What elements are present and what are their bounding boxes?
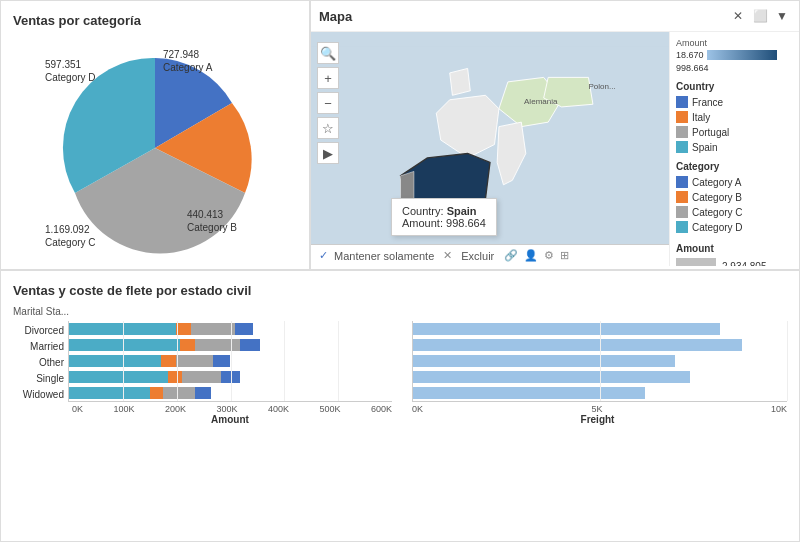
category-legend-title: Category xyxy=(676,161,793,172)
freight-axis-title: Freight xyxy=(408,414,787,425)
cat-a-color xyxy=(676,176,688,188)
map-close-button[interactable]: ✕ xyxy=(729,7,747,25)
y-label-widowed: Widowed xyxy=(13,389,64,400)
legend-italy: Italy xyxy=(676,111,793,123)
total-amount-label: Amount xyxy=(676,243,793,254)
map-controls: 🔍 + − ☆ ▶ xyxy=(317,42,339,164)
map-panel: Mapa ✕ ⬜ ▼ 🔍 + − ☆ ▶ xyxy=(310,0,800,270)
bottom-panel: Ventas y coste de flete por estado civil… xyxy=(0,270,800,542)
map-export-button[interactable]: ⬜ xyxy=(751,7,769,25)
legend-cat-d: Category D xyxy=(676,221,793,233)
dashboard: Ventas por categoría 727.948 Category A … xyxy=(0,0,800,542)
country-legend: Country France Italy Portugal xyxy=(676,81,793,153)
amount-x-labels: 0K 100K 200K 300K 400K 500K 600K xyxy=(13,404,392,414)
keep-only-button[interactable]: Mantener solamente xyxy=(334,250,434,262)
bar-max-value: 998.664 xyxy=(676,63,709,73)
legend-france: France xyxy=(676,96,793,108)
pie-label-category-b: 440.413 Category B xyxy=(187,208,237,234)
legend-cat-c: Category C xyxy=(676,206,793,218)
exclude-button[interactable]: Excluir xyxy=(461,250,494,262)
tooltip-country: Country: Spain xyxy=(402,205,486,217)
bottom-title: Ventas y coste de flete por estado civil xyxy=(13,283,787,298)
amount-chart-section: Marital Sta... Divorced Married Other Si… xyxy=(13,306,392,506)
amount-chart-inner xyxy=(68,321,392,402)
bar-min-value: 18.670 xyxy=(676,50,704,60)
freight-x-labels: 0K 5K 10K xyxy=(408,404,787,414)
cat-d-color xyxy=(676,221,688,233)
y-label-divorced: Divorced xyxy=(13,325,64,336)
map-bookmark-button[interactable]: ☆ xyxy=(317,117,339,139)
svg-text:Alemania: Alemania xyxy=(524,97,558,106)
amount-rect xyxy=(676,258,716,266)
legend-cat-a: Category A xyxy=(676,176,793,188)
map-header: Mapa ✕ ⬜ ▼ xyxy=(311,1,799,32)
amount-y-labels: Divorced Married Other Single Widowed xyxy=(13,321,68,402)
pie-chart-title: Ventas por categoría xyxy=(13,13,297,28)
country-legend-title: Country xyxy=(676,81,793,92)
amount-gradient-bar xyxy=(707,50,777,60)
map-area[interactable]: 🔍 + − ☆ ▶ xyxy=(311,32,669,266)
y-label-married: Married xyxy=(13,341,64,352)
map-zoom-out-button[interactable]: − xyxy=(317,92,339,114)
amount-axis-title: Amount xyxy=(13,414,392,425)
amount-bar-section: Amount 18.670 998.664 xyxy=(676,38,793,73)
amount-axis-label: Marital Sta... xyxy=(13,306,392,317)
svg-text:Polon...: Polon... xyxy=(588,82,615,91)
map-context-menu: ✓ Mantener solamente ✕ Excluir 🔗 👤 ⚙ ⊞ xyxy=(311,244,669,266)
legend-portugal: Portugal xyxy=(676,126,793,138)
total-amount-value: 2.934.805 xyxy=(722,261,767,267)
legend-spain: Spain xyxy=(676,141,793,153)
map-search-button[interactable]: 🔍 xyxy=(317,42,339,64)
amount-bar-label: Amount xyxy=(676,38,793,48)
map-body: 🔍 + − ☆ ▶ xyxy=(311,32,799,266)
y-label-single: Single xyxy=(13,373,64,384)
tooltip-amount: Amount: 998.664 xyxy=(402,217,486,229)
map-sidebar: Amount 18.670 998.664 Country France xyxy=(669,32,799,266)
portugal-color xyxy=(676,126,688,138)
y-label-other: Other xyxy=(13,357,64,368)
legend-cat-b: Category B xyxy=(676,191,793,203)
pie-label-category-a: 727.948 Category A xyxy=(163,48,212,74)
pie-label-category-d: 597.351 Category D xyxy=(45,58,96,84)
spain-color xyxy=(676,141,688,153)
total-amount-section: Amount 2.934.805 xyxy=(676,243,793,266)
cat-c-color xyxy=(676,206,688,218)
pie-label-category-c: 1.169.092 Category C xyxy=(45,223,96,249)
italy-color xyxy=(676,111,688,123)
charts-row: Marital Sta... Divorced Married Other Si… xyxy=(13,306,787,506)
map-toolbar: ✕ ⬜ ▼ xyxy=(729,7,791,25)
freight-chart-inner xyxy=(412,321,787,402)
category-legend: Category Category A Category B Category … xyxy=(676,161,793,233)
freight-chart-section: . xyxy=(408,306,787,506)
cat-b-color xyxy=(676,191,688,203)
map-zoom-in-button[interactable]: + xyxy=(317,67,339,89)
map-title: Mapa xyxy=(319,9,352,24)
map-arrow-button[interactable]: ▶ xyxy=(317,142,339,164)
france-color xyxy=(676,96,688,108)
pie-chart-container: 727.948 Category A 440.413 Category B 1.… xyxy=(45,38,265,258)
pie-chart-panel: Ventas por categoría 727.948 Category A … xyxy=(0,0,310,270)
map-filter-button[interactable]: ▼ xyxy=(773,7,791,25)
map-tooltip: Country: Spain Amount: 998.664 xyxy=(391,198,497,236)
